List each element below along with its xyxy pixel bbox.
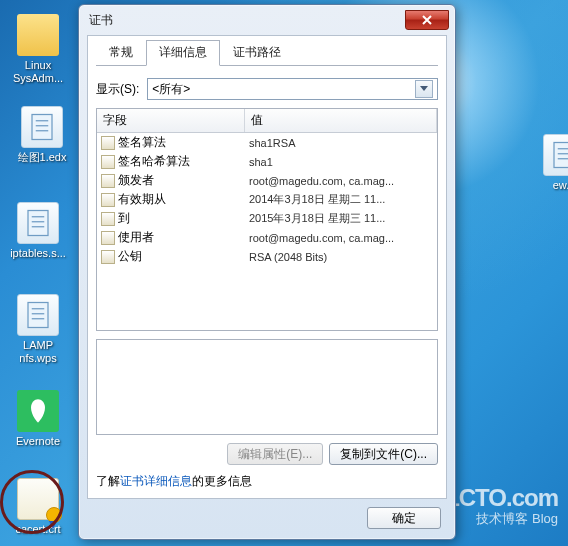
desktop-icon-0[interactable]: Linux SysAdm... bbox=[2, 14, 74, 85]
field-text: 颁发者 bbox=[118, 172, 154, 189]
learn-link[interactable]: 证书详细信息 bbox=[120, 474, 192, 488]
field-list: 字段 值 签名算法sha1RSA签名哈希算法sha1颁发者root@magedu… bbox=[96, 108, 438, 331]
dialog-client: 常规 详细信息 证书路径 显示(S): <所有> 字段 值 签名算法sha bbox=[87, 35, 447, 499]
desktop-icon-2[interactable]: iptables.s... bbox=[2, 202, 74, 260]
desktop: Linux SysAdm...绘图1.edxiptables.s...LAMP … bbox=[0, 0, 568, 546]
titlebar[interactable]: 证书 bbox=[79, 5, 455, 35]
field-icon bbox=[101, 155, 115, 169]
field-icon bbox=[101, 174, 115, 188]
cell-field: 公钥 bbox=[101, 248, 249, 265]
show-row: 显示(S): <所有> bbox=[96, 78, 438, 100]
cell-value: RSA (2048 Bits) bbox=[249, 251, 437, 263]
cell-field: 签名算法 bbox=[101, 134, 249, 151]
col-value[interactable]: 值 bbox=[245, 109, 437, 132]
field-icon bbox=[101, 136, 115, 150]
cell-value: sha1RSA bbox=[249, 137, 437, 149]
tabs: 常规 详细信息 证书路径 bbox=[96, 42, 438, 66]
doc-icon bbox=[543, 134, 568, 176]
chevron-down-icon bbox=[415, 80, 433, 98]
doc-icon bbox=[17, 202, 59, 244]
doc-icon bbox=[17, 294, 59, 336]
list-row[interactable]: 签名哈希算法sha1 bbox=[97, 152, 437, 171]
field-icon bbox=[101, 193, 115, 207]
desktop-icon-label: 绘图1.edx bbox=[6, 151, 78, 164]
list-header: 字段 值 bbox=[97, 109, 437, 133]
list-row[interactable]: 到2015年3月18日 星期三 11... bbox=[97, 209, 437, 228]
field-text: 有效期从 bbox=[118, 191, 166, 208]
copy-to-file-button[interactable]: 复制到文件(C)... bbox=[329, 443, 438, 465]
field-icon bbox=[101, 212, 115, 226]
svg-rect-0 bbox=[32, 115, 52, 140]
ribbon-icon bbox=[46, 507, 62, 523]
desktop-icon-3[interactable]: LAMP nfs.wps bbox=[2, 294, 74, 365]
desktop-icon-label: LAMP nfs.wps bbox=[2, 339, 74, 365]
field-text: 使用者 bbox=[118, 229, 154, 246]
list-row[interactable]: 有效期从2014年3月18日 星期二 11... bbox=[97, 190, 437, 209]
detail-box bbox=[96, 339, 438, 435]
show-value: <所有> bbox=[152, 81, 190, 98]
learn-more: 了解证书详细信息的更多信息 bbox=[96, 473, 438, 490]
tab-path[interactable]: 证书路径 bbox=[220, 40, 294, 66]
cell-field: 签名哈希算法 bbox=[101, 153, 249, 170]
cell-value: root@magedu.com, ca.mag... bbox=[249, 232, 437, 244]
desktop-icon-label: Linux SysAdm... bbox=[2, 59, 74, 85]
cell-value: 2015年3月18日 星期三 11... bbox=[249, 211, 437, 226]
desktop-icon-label: cacert.crt bbox=[2, 523, 74, 536]
desktop-icon-5[interactable]: cacert.crt bbox=[2, 478, 74, 536]
field-icon bbox=[101, 250, 115, 264]
list-row[interactable]: 公钥RSA (2048 Bits) bbox=[97, 247, 437, 266]
button-row: 编辑属性(E)... 复制到文件(C)... bbox=[96, 443, 438, 465]
cell-value: 2014年3月18日 星期二 11... bbox=[249, 192, 437, 207]
svg-rect-8 bbox=[28, 303, 48, 328]
cell-value: sha1 bbox=[249, 156, 437, 168]
desktop-icon-6[interactable]: ew... bbox=[528, 134, 568, 192]
doc-icon bbox=[21, 106, 63, 148]
list-row[interactable]: 签名算法sha1RSA bbox=[97, 133, 437, 152]
desktop-icon-4[interactable]: Evernote bbox=[2, 390, 74, 448]
tab-details[interactable]: 详细信息 bbox=[146, 40, 220, 66]
list-row[interactable]: 使用者root@magedu.com, ca.mag... bbox=[97, 228, 437, 247]
cell-field: 颁发者 bbox=[101, 172, 249, 189]
tab-general[interactable]: 常规 bbox=[96, 40, 146, 66]
certificate-dialog: 证书 常规 详细信息 证书路径 显示(S): <所有> bbox=[78, 4, 456, 540]
list-row[interactable]: 颁发者root@magedu.com, ca.mag... bbox=[97, 171, 437, 190]
folder-icon bbox=[17, 14, 59, 56]
field-text: 签名哈希算法 bbox=[118, 153, 190, 170]
field-text: 到 bbox=[118, 210, 130, 227]
svg-rect-4 bbox=[28, 211, 48, 236]
green-icon bbox=[17, 390, 59, 432]
field-text: 公钥 bbox=[118, 248, 142, 265]
show-label: 显示(S): bbox=[96, 81, 139, 98]
show-select[interactable]: <所有> bbox=[147, 78, 438, 100]
desktop-icon-label: Evernote bbox=[2, 435, 74, 448]
col-field[interactable]: 字段 bbox=[97, 109, 245, 132]
close-button[interactable] bbox=[405, 10, 449, 30]
svg-rect-12 bbox=[554, 143, 568, 168]
field-text: 签名算法 bbox=[118, 134, 166, 151]
field-icon bbox=[101, 231, 115, 245]
ok-button[interactable]: 确定 bbox=[367, 507, 441, 529]
learn-prefix: 了解 bbox=[96, 474, 120, 488]
dialog-title: 证书 bbox=[89, 12, 405, 29]
dialog-footer: 确定 bbox=[79, 507, 455, 539]
cell-field: 到 bbox=[101, 210, 249, 227]
close-icon bbox=[422, 15, 432, 25]
desktop-icon-label: iptables.s... bbox=[2, 247, 74, 260]
cell-value: root@magedu.com, ca.mag... bbox=[249, 175, 437, 187]
edit-properties-button: 编辑属性(E)... bbox=[227, 443, 323, 465]
cert-icon bbox=[17, 478, 59, 520]
desktop-icon-label: ew... bbox=[528, 179, 568, 192]
cell-field: 使用者 bbox=[101, 229, 249, 246]
learn-suffix: 的更多信息 bbox=[192, 474, 252, 488]
cell-field: 有效期从 bbox=[101, 191, 249, 208]
desktop-icon-1[interactable]: 绘图1.edx bbox=[6, 106, 78, 164]
